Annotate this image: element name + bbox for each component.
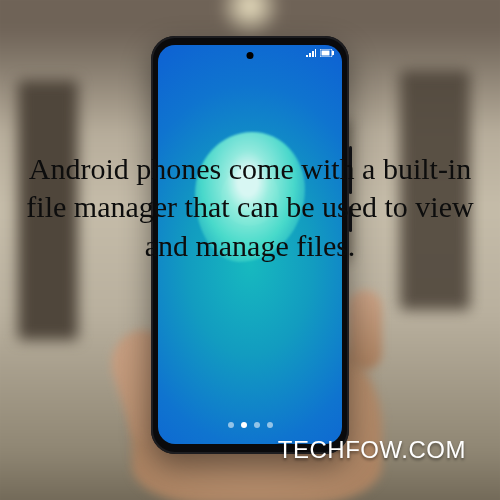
svg-rect-2 <box>322 51 330 56</box>
headline-text: Android phones come with a built-in file… <box>20 150 480 265</box>
watermark: TECHFOW.COM <box>278 436 466 464</box>
status-bar <box>166 49 334 57</box>
signal-icon <box>306 49 316 57</box>
svg-rect-1 <box>332 51 334 55</box>
battery-icon <box>320 49 334 57</box>
page-indicator <box>158 422 342 428</box>
promo-image: Android phones come with a built-in file… <box>0 0 500 500</box>
finger <box>348 290 382 370</box>
